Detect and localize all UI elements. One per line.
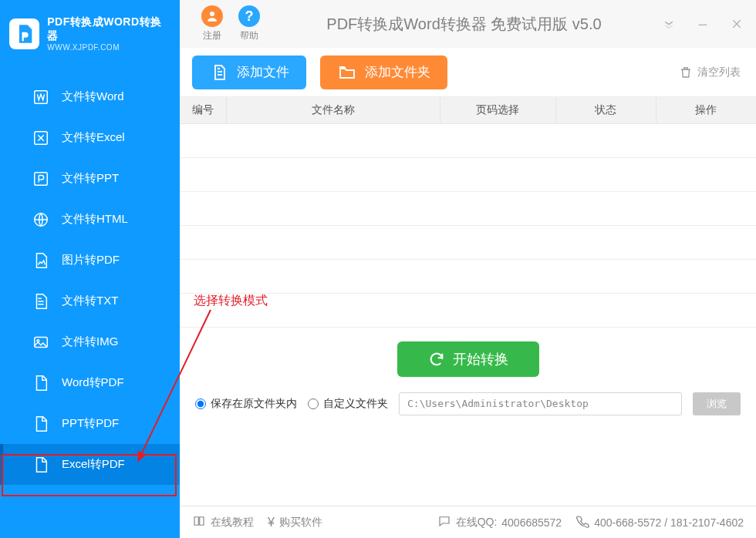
table-row xyxy=(180,157,756,191)
html-icon xyxy=(32,211,49,228)
sidebar-item-txt[interactable]: 文件转TXT xyxy=(0,281,180,321)
topbar: 注册 ? 帮助 PDF转换成Word转换器 免费试用版 v5.0 xyxy=(180,0,756,48)
sidebar-item-label: 文件转Word xyxy=(62,89,124,104)
nav: 文件转Word 文件转Excel 文件转PPT 文件转HTML 图片转PDF 文… xyxy=(0,69,180,485)
trash-icon xyxy=(679,66,693,79)
main: 注册 ? 帮助 PDF转换成Word转换器 免费试用版 v5.0 添加文件 添加… xyxy=(180,0,756,538)
sidebar-item-label: 文件转IMG xyxy=(62,335,118,349)
sidebar-item-label: 文件转Excel xyxy=(62,130,125,145)
sidebar-item-label: Word转PDF xyxy=(62,375,124,390)
sidebar: PDF转换成WORD转换器 WWW.XJPDF.COM 文件转Word 文件转E… xyxy=(0,0,180,538)
add-folder-button[interactable]: 添加文件夹 xyxy=(320,55,447,89)
svg-rect-2 xyxy=(35,172,48,185)
clear-list-label: 清空列表 xyxy=(697,66,741,79)
start-label: 开始转换 xyxy=(453,350,508,368)
folder-icon xyxy=(337,62,357,82)
col-status: 状态 xyxy=(555,97,656,123)
brand-url: WWW.XJPDF.COM xyxy=(47,43,170,52)
radio-input[interactable] xyxy=(195,398,206,409)
sidebar-item-label: 文件转PPT xyxy=(62,171,119,186)
sidebar-item-excel[interactable]: 文件转Excel xyxy=(0,117,180,158)
col-action: 操作 xyxy=(656,97,756,123)
action-bar: 添加文件 添加文件夹 清空列表 xyxy=(180,48,756,97)
tutorial-link[interactable]: 在线教程 xyxy=(192,514,254,530)
file-icon xyxy=(209,62,229,82)
chat-icon xyxy=(437,514,451,530)
table-row xyxy=(180,123,756,157)
pdf-icon xyxy=(32,375,49,392)
sidebar-item-word[interactable]: 文件转Word xyxy=(0,76,180,117)
pdf-icon xyxy=(32,456,49,473)
excel-icon xyxy=(32,129,49,146)
brand-logo xyxy=(9,18,39,49)
radio-input[interactable] xyxy=(308,398,319,409)
help-icon: ? xyxy=(238,5,260,27)
add-file-button[interactable]: 添加文件 xyxy=(192,55,306,89)
browse-button[interactable]: 浏览 xyxy=(693,392,741,415)
file-table: 编号 文件名称 页码选择 状态 操作 xyxy=(180,97,756,328)
buy-link[interactable]: ¥ 购买软件 xyxy=(268,516,322,530)
radio-save-custom[interactable]: 自定义文件夹 xyxy=(308,397,388,411)
help-label: 帮助 xyxy=(240,29,258,42)
sidebar-item-label: PPT转PDF xyxy=(62,416,119,431)
sidebar-item-excel2pdf[interactable]: Excel转PDF xyxy=(0,444,180,485)
table-row xyxy=(180,225,756,259)
save-path-row: 保存在原文件夹内 自定义文件夹 浏览 xyxy=(180,392,756,432)
yen-icon: ¥ xyxy=(268,516,275,530)
sidebar-item-html[interactable]: 文件转HTML xyxy=(0,199,180,240)
add-folder-label: 添加文件夹 xyxy=(365,63,430,81)
refresh-icon xyxy=(428,351,445,368)
clear-list-button[interactable]: 清空列表 xyxy=(679,66,741,79)
register-label: 注册 xyxy=(203,29,221,42)
sidebar-item-ppt[interactable]: 文件转PPT xyxy=(0,158,180,199)
col-name: 文件名称 xyxy=(226,97,440,123)
pdf-icon xyxy=(32,415,49,432)
phone-icon xyxy=(575,514,589,530)
table-row xyxy=(180,293,756,327)
start-convert-button[interactable]: 开始转换 xyxy=(397,341,539,377)
window-controls xyxy=(660,15,745,32)
col-pages: 页码选择 xyxy=(440,97,555,123)
col-index: 编号 xyxy=(180,97,226,123)
sidebar-item-label: 图片转PDF xyxy=(62,253,120,267)
table-row xyxy=(180,191,756,225)
phone-contact[interactable]: 400-668-5572 / 181-2107-4602 xyxy=(575,514,744,530)
path-input[interactable] xyxy=(399,392,682,415)
book-icon xyxy=(192,514,206,530)
sidebar-item-ppt2pdf[interactable]: PPT转PDF xyxy=(0,403,180,444)
register-button[interactable]: 注册 xyxy=(194,5,231,42)
svg-rect-0 xyxy=(35,90,48,103)
svg-point-6 xyxy=(210,12,214,16)
dropdown-icon[interactable] xyxy=(660,15,677,32)
close-icon[interactable] xyxy=(728,15,745,32)
sidebar-item-img[interactable]: 文件转IMG xyxy=(0,321,180,362)
sidebar-item-label: 文件转TXT xyxy=(62,294,118,308)
table-row xyxy=(180,259,756,293)
brand-title: PDF转换成WORD转换器 xyxy=(47,15,170,43)
qq-contact[interactable]: 在线QQ:4006685572 xyxy=(437,514,562,530)
user-icon xyxy=(201,5,223,27)
pdf-icon xyxy=(32,252,49,269)
image-icon xyxy=(32,334,49,351)
minimize-icon[interactable] xyxy=(694,15,711,32)
ppt-icon xyxy=(32,170,49,187)
word-icon xyxy=(32,89,49,106)
brand: PDF转换成WORD转换器 WWW.XJPDF.COM xyxy=(0,0,180,69)
help-button[interactable]: ? 帮助 xyxy=(231,5,268,42)
radio-label: 保存在原文件夹内 xyxy=(211,397,297,411)
add-file-label: 添加文件 xyxy=(237,63,289,81)
sidebar-item-label: 文件转HTML xyxy=(62,212,128,227)
sidebar-item-img2pdf[interactable]: 图片转PDF xyxy=(0,240,180,281)
sidebar-item-word2pdf[interactable]: Word转PDF xyxy=(0,362,180,403)
txt-icon xyxy=(32,293,49,310)
app-title: PDF转换成Word转换器 免费试用版 v5.0 xyxy=(268,14,660,35)
radio-label: 自定义文件夹 xyxy=(323,397,388,411)
sidebar-item-label: Excel转PDF xyxy=(62,457,125,472)
radio-save-original[interactable]: 保存在原文件夹内 xyxy=(195,397,297,411)
footer: 在线教程 ¥ 购买软件 在线QQ:4006685572 400-668-5572… xyxy=(180,506,756,538)
